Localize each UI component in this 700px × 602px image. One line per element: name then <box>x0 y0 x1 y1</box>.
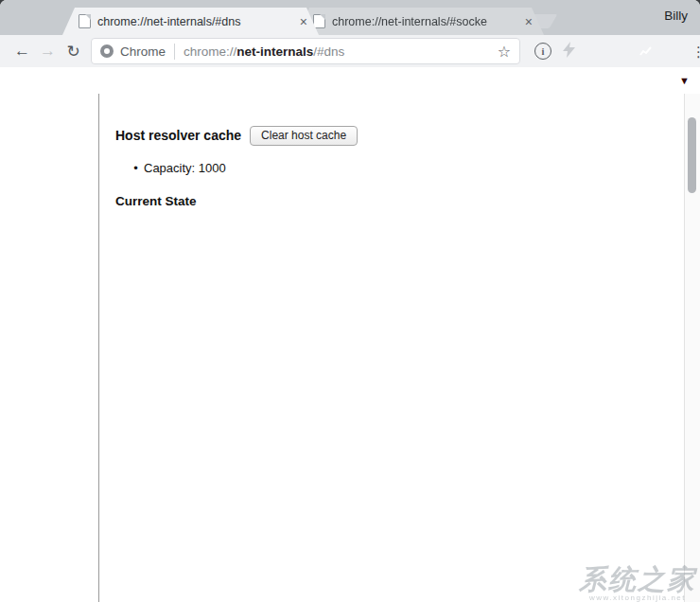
reload-icon[interactable]: ↻ <box>61 42 86 62</box>
adblock-plus-icon[interactable] <box>610 43 628 61</box>
minimize-window-button[interactable] <box>31 12 43 24</box>
back-icon[interactable]: ← <box>9 42 35 61</box>
profile-name[interactable]: Billy <box>664 9 688 23</box>
bookmark-star-icon[interactable]: ☆ <box>498 43 511 61</box>
tab-title: chrome://net-internals/#dns <box>97 15 292 28</box>
capacity-text: Capacity: 1000 <box>144 160 226 178</box>
current-state-heading: Current State <box>115 194 700 208</box>
zoom-window-button[interactable] <box>50 12 61 24</box>
host-resolver-cache-row: Host resolver cache Clear host cache <box>115 125 700 146</box>
page-content: Host resolver cache Clear host cache • C… <box>0 94 700 602</box>
mascot-face-icon[interactable] <box>663 43 681 61</box>
tab-strip: chrome://net-internals/#dns × chrome://n… <box>0 0 700 35</box>
flash-icon[interactable] <box>563 42 575 62</box>
scrollbar-thumb[interactable] <box>688 117 696 193</box>
capacity-list: • Capacity: 1000 <box>128 160 700 178</box>
tab-close-icon[interactable]: × <box>525 14 533 29</box>
address-bar[interactable]: Chrome chrome://net-internals/#dns ☆ <box>91 38 520 64</box>
browser-window: chrome://net-internals/#dns × chrome://n… <box>0 0 700 602</box>
capacity-item: • Capacity: 1000 <box>128 160 700 178</box>
tab-title: chrome://net-internals/#socke <box>332 15 517 28</box>
tab-close-icon[interactable]: × <box>300 14 307 29</box>
dns-panel: Host resolver cache Clear host cache • C… <box>99 94 700 602</box>
capture-status-text: capturing events (51129) <box>10 73 176 89</box>
browser-menu-icon[interactable]: ⋮ <box>691 49 700 54</box>
page-favicon-icon <box>313 14 325 28</box>
capture-status-banner: capturing events (51129) ▼ <box>0 67 700 94</box>
forward-icon[interactable]: → <box>35 42 61 61</box>
omnibox-divider <box>174 44 175 60</box>
tab-net-internals-dns[interactable]: chrome://net-internals/#dns × <box>62 8 319 35</box>
banner-dropdown-icon[interactable]: ▼ <box>679 75 690 86</box>
info-icon[interactable]: i <box>534 43 551 60</box>
url-text: chrome://net-internals/#dns <box>184 44 344 59</box>
tab-net-internals-sockets[interactable]: chrome://net-internals/#socke × <box>297 8 544 35</box>
onenote-clipper-icon[interactable] <box>584 43 602 61</box>
scrollbar[interactable] <box>684 94 700 602</box>
page-favicon-icon <box>79 14 91 28</box>
omnibox-badge: Chrome <box>120 44 166 59</box>
chrome-logo-icon <box>100 44 114 58</box>
close-window-button[interactable] <box>12 12 24 24</box>
bullet-icon: • <box>128 160 144 178</box>
browser-toolbar: ← → ↻ Chrome chrome://net-internals/#dns… <box>0 35 700 67</box>
net-internals-sidebar <box>0 94 99 602</box>
host-resolver-cache-title: Host resolver cache <box>115 128 241 143</box>
traffic-lights <box>12 12 61 24</box>
annotation-arrow-icon <box>368 125 418 146</box>
clear-host-cache-button[interactable]: Clear host cache <box>250 126 358 146</box>
stats-chart-icon[interactable] <box>637 43 655 61</box>
